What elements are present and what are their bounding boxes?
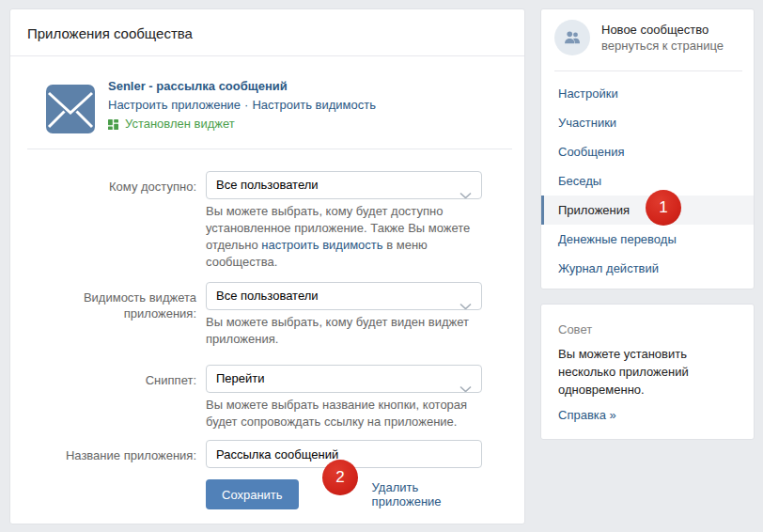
access-row: Кому доступно: Все пользователи Вы может… xyxy=(10,171,524,271)
app-info: Senler - рассылка сообщений Настроить пр… xyxy=(108,77,376,133)
people-icon xyxy=(563,28,582,47)
access-select-value: Все пользователи xyxy=(216,178,319,192)
widget-visibility-help: Вы можете выбрать, кому будет виден видж… xyxy=(206,314,482,348)
tip-panel: Совет Вы можете установить несколько при… xyxy=(540,304,755,440)
app-name-label: Название приложения: xyxy=(10,440,196,468)
app-block: Senler - рассылка сообщений Настроить пр… xyxy=(10,56,524,149)
help-link[interactable]: Справка » xyxy=(558,408,616,422)
snippet-row: Сниппет: Перейти Вы можете выбрать назва… xyxy=(10,365,524,430)
visibility-help-link[interactable]: настроить видимость xyxy=(261,238,382,252)
page: Приложения сообщества Senler - рассылка … xyxy=(0,0,763,532)
community-apps-panel: Приложения сообщества Senler - рассылка … xyxy=(9,8,525,524)
widget-visibility-select[interactable]: Все пользователи xyxy=(206,282,482,310)
app-name-link[interactable]: Senler - рассылка сообщений xyxy=(108,77,376,96)
configure-app-link[interactable]: Настроить приложение xyxy=(108,98,241,112)
sidebar-item-money-transfers[interactable]: Денежные переводы xyxy=(541,225,754,254)
sidebar: Новое сообщество вернуться к странице На… xyxy=(540,8,755,440)
app-settings-form: Кому доступно: Все пользователи Вы может… xyxy=(10,171,524,509)
save-button[interactable]: Сохранить xyxy=(206,479,299,509)
sidebar-item-chats[interactable]: Беседы xyxy=(541,166,754,196)
buttons-row: Сохранить Удалить приложение xyxy=(10,479,524,509)
chevron-down-icon xyxy=(459,182,472,199)
sidebar-item-settings[interactable]: Настройки xyxy=(541,79,754,108)
sidebar-menu: Настройки Участники Сообщения Беседы При… xyxy=(541,71,754,289)
tip-text: Вы можете установить несколько приложени… xyxy=(558,345,711,399)
community-header: Новое сообщество вернуться к странице xyxy=(541,9,754,55)
snippet-select[interactable]: Перейти xyxy=(206,365,482,393)
widget-visibility-label: Видимость виджета приложения: xyxy=(10,282,196,348)
page-title: Приложения сообщества xyxy=(10,9,524,56)
step-1-badge: 1 xyxy=(646,190,681,226)
app-name-row: Название приложения: xyxy=(10,440,524,468)
widget-icon xyxy=(108,119,118,130)
app-envelope-icon[interactable] xyxy=(46,85,95,133)
sidebar-item-members[interactable]: Участники xyxy=(541,108,754,137)
widget-status: Установлен виджет xyxy=(108,115,376,133)
back-to-page-link[interactable]: вернуться к странице xyxy=(601,38,724,54)
community-avatar[interactable] xyxy=(554,20,590,55)
section-divider xyxy=(27,149,512,149)
step-2-badge: 2 xyxy=(322,460,358,495)
snippet-select-value: Перейти xyxy=(216,371,265,385)
widget-visibility-select-value: Все пользователи xyxy=(216,289,319,303)
tip-title: Совет xyxy=(558,322,711,336)
snippet-help: Вы можете выбрать название кнопки, котор… xyxy=(206,397,482,430)
link-separator: · xyxy=(244,98,248,112)
chevron-down-icon xyxy=(459,293,472,310)
access-help: Вы можете выбрать, кому будет доступно у… xyxy=(206,203,482,271)
widget-visibility-row: Видимость виджета приложения: Все пользо… xyxy=(10,282,524,348)
community-name: Новое сообщество xyxy=(601,22,724,38)
community-title-block: Новое сообщество вернуться к странице xyxy=(601,20,724,55)
chevron-down-icon xyxy=(459,376,472,393)
community-menu-panel: Новое сообщество вернуться к странице На… xyxy=(540,8,755,289)
app-links: Настроить приложение·Настроить видимость xyxy=(108,96,376,115)
sidebar-item-action-log[interactable]: Журнал действий xyxy=(541,254,754,283)
sidebar-item-messages[interactable]: Сообщения xyxy=(541,137,754,166)
widget-status-label: Установлен виджет xyxy=(125,115,235,133)
configure-visibility-link[interactable]: Настроить видимость xyxy=(252,98,376,112)
delete-app-link[interactable]: Удалить приложение xyxy=(372,480,482,509)
access-select[interactable]: Все пользователи xyxy=(206,171,482,199)
snippet-label: Сниппет: xyxy=(10,365,196,430)
access-label: Кому доступно: xyxy=(10,171,196,271)
